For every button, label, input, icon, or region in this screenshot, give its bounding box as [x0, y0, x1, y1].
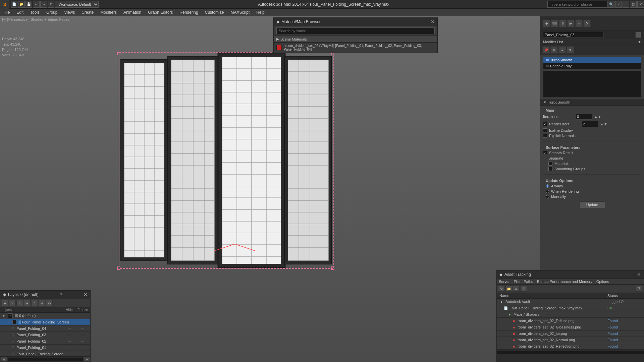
- asset-menu-server[interactable]: Server: [499, 280, 509, 284]
- layer-freeze-3[interactable]: —: [75, 333, 90, 337]
- material-row[interactable]: '.room_dividers_set_02 (VRayMtl) [Panel_…: [274, 43, 437, 53]
- asset-menu-bitmap[interactable]: Bitmap Performance and Memory: [537, 280, 592, 284]
- menu-tools[interactable]: Tools: [27, 9, 43, 15]
- menu-modifiers[interactable]: Modifiers: [97, 9, 120, 15]
- workspace-selector[interactable]: Workspace: Default: [55, 1, 99, 8]
- save-btn[interactable]: 💾: [25, 1, 32, 8]
- isoline-checkbox[interactable]: [543, 128, 547, 132]
- asset-refresh-btn[interactable]: ↻: [498, 286, 505, 292]
- asset-row-normal[interactable]: ■ room_dividers_set_02_Normal.png Found: [497, 337, 644, 343]
- layer-row-panel03[interactable]: ♡ Panel_Folding_03 — —: [0, 332, 90, 338]
- explicit-normals-checkbox[interactable]: [543, 134, 547, 138]
- asset-minimize[interactable]: −: [634, 272, 636, 277]
- layers-close[interactable]: ✕: [84, 292, 88, 297]
- layer-hide-5[interactable]: —: [63, 346, 75, 349]
- search-btn[interactable]: 🔍: [608, 1, 614, 8]
- undo-btn[interactable]: ↩: [33, 1, 40, 8]
- menu-customize[interactable]: Customize: [202, 9, 227, 15]
- menu-rendering[interactable]: Rendering: [176, 9, 201, 15]
- asset-row-vault[interactable]: ► Autodesk Vault Logged O: [497, 299, 644, 305]
- layer-freeze-5[interactable]: —: [75, 346, 90, 349]
- create-icon[interactable]: ◆: [543, 20, 550, 27]
- layer-hide-3[interactable]: —: [63, 333, 75, 337]
- modifier-editable-poly[interactable]: Editable Poly: [543, 63, 641, 69]
- menu-maxscript[interactable]: MAXScript: [227, 9, 253, 15]
- asset-help-btn[interactable]: ?: [636, 286, 642, 292]
- menu-file[interactable]: File: [0, 9, 13, 15]
- minimize-btn[interactable]: −: [623, 1, 629, 8]
- smoothing-groups-checkbox[interactable]: [548, 167, 552, 171]
- layers-scrollbar[interactable]: ◀ ▶: [0, 356, 90, 362]
- asset-folder-btn[interactable]: 📁: [505, 286, 512, 292]
- iterations-input[interactable]: [575, 114, 592, 120]
- layer-hide-1[interactable]: —: [69, 320, 78, 324]
- material-browser-close[interactable]: ✕: [431, 19, 435, 24]
- remove-mod-icon[interactable]: ✕: [550, 46, 558, 54]
- new-btn[interactable]: 📄: [11, 1, 17, 8]
- asset-menu-file[interactable]: File: [514, 280, 520, 284]
- layer-hide-2[interactable]: —: [63, 327, 75, 330]
- always-radio[interactable]: [546, 184, 549, 188]
- layer-hide-0[interactable]: —: [63, 314, 75, 317]
- search-input[interactable]: [547, 1, 608, 8]
- layer-row-panel02[interactable]: ♡ Panel_Folding_02 — —: [0, 338, 90, 345]
- asset-row-reflection[interactable]: ■ room_dividers_set_02_Reflection.png Fo…: [497, 343, 644, 350]
- layer-add-selected-btn[interactable]: +: [16, 300, 23, 306]
- render-iters-arrows[interactable]: ▲▼: [600, 122, 607, 126]
- move-down-icon[interactable]: ▼: [567, 46, 574, 54]
- layer-select-btn[interactable]: ■: [24, 300, 31, 306]
- asset-row-gloss[interactable]: ■ room_dividers_set_02_Glossiness.png Fo…: [497, 324, 644, 330]
- asset-row-ior[interactable]: ■ room_dividers_set_02_ior.png Found: [497, 330, 644, 337]
- layer-check-0[interactable]: ✓: [8, 313, 13, 318]
- layer-freeze-4[interactable]: —: [75, 340, 90, 343]
- layer-row-default[interactable]: ■ ✓ 0 (default) — —: [0, 313, 90, 319]
- scroll-right[interactable]: ▶: [84, 357, 90, 362]
- layer-freeze-2[interactable]: —: [75, 327, 90, 330]
- layer-hide-4[interactable]: —: [63, 340, 75, 343]
- pin-icon[interactable]: 📌: [542, 46, 550, 54]
- motion-icon[interactable]: ▶: [567, 20, 575, 27]
- asset-menu-paths[interactable]: Paths: [524, 280, 533, 284]
- layer-row-screen-sub[interactable]: ♡ Four_Panel_Folding_Screen — —: [0, 351, 90, 356]
- settings-btn[interactable]: ⚙: [48, 1, 54, 8]
- open-btn[interactable]: 📁: [18, 1, 25, 8]
- render-iters-input[interactable]: [581, 121, 598, 127]
- layer-collapse-btn[interactable]: ≠: [39, 300, 45, 306]
- when-rendering-radio[interactable]: [546, 190, 549, 193]
- menu-group[interactable]: Group: [43, 9, 61, 15]
- restore-btn[interactable]: ◻: [630, 1, 637, 8]
- menu-views[interactable]: Views: [61, 9, 78, 15]
- manually-radio[interactable]: [546, 195, 549, 198]
- update-button[interactable]: Update: [579, 201, 605, 208]
- smooth-result-checkbox[interactable]: [543, 151, 547, 155]
- scroll-left[interactable]: ◀: [0, 357, 7, 362]
- utilities-icon[interactable]: ⚒: [583, 20, 591, 27]
- hierarchy-icon[interactable]: ⊕: [559, 20, 567, 27]
- asset-close[interactable]: ✕: [637, 272, 641, 277]
- render-iters-checkbox[interactable]: [543, 122, 547, 126]
- layers-help[interactable]: ?: [60, 293, 62, 297]
- materials-checkbox[interactable]: [548, 162, 552, 166]
- asset-list-btn[interactable]: ≡: [513, 286, 520, 292]
- close-btn[interactable]: ✕: [637, 1, 644, 8]
- redo-btn[interactable]: ↪: [40, 1, 47, 8]
- layer-row-folding-screen[interactable]: ♢ Four_Panel_Folding_Screen — —: [0, 319, 90, 325]
- layer-delete-btn[interactable]: ✕: [9, 300, 16, 306]
- material-search-input[interactable]: [276, 27, 435, 34]
- asset-details-btn[interactable]: ☰: [520, 286, 527, 292]
- layer-hide-6[interactable]: —: [63, 352, 75, 356]
- display-icon[interactable]: ☼: [575, 20, 583, 27]
- modifier-dropdown-arrow[interactable]: ▼: [638, 40, 641, 44]
- layer-row-panel04[interactable]: ♡ Panel_Folding_04 — —: [0, 325, 90, 332]
- layer-freeze-1[interactable]: —: [78, 320, 90, 324]
- menu-graph-editors[interactable]: Graph Editors: [145, 9, 176, 15]
- menu-create[interactable]: Create: [78, 9, 97, 15]
- help-btn[interactable]: ?: [615, 1, 622, 8]
- layer-check-1[interactable]: [12, 320, 16, 324]
- color-swatch[interactable]: [635, 32, 641, 38]
- asset-row-maps[interactable]: ► Maps / Shaders: [497, 311, 644, 318]
- layer-row-panel01[interactable]: ♡ Panel_Folding_01 — —: [0, 345, 90, 351]
- layer-props-btn[interactable]: ⚙: [46, 300, 53, 306]
- menu-help[interactable]: Help: [253, 9, 268, 15]
- menu-animation[interactable]: Animation: [120, 9, 145, 15]
